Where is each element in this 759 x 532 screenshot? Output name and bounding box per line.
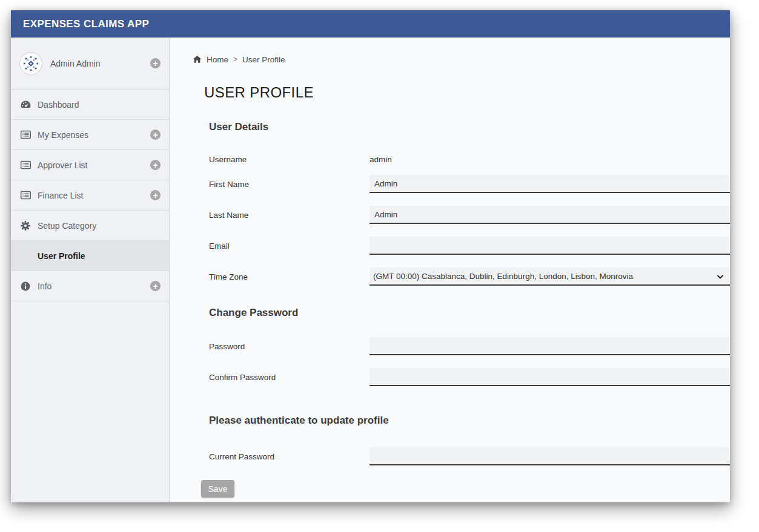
sidebar-item-my-expenses[interactable]: My Expenses + <box>11 120 169 150</box>
user-name: Admin Admin <box>50 59 150 68</box>
sidebar-item-label: Setup Category <box>38 221 161 231</box>
breadcrumb-home-link[interactable]: Home <box>207 55 228 64</box>
sidebar-item-label: Finance List <box>38 191 150 200</box>
sidebar-item-setup-category[interactable]: Setup Category <box>11 211 169 241</box>
sidebar-item-dashboard[interactable]: Dashboard <box>11 90 169 120</box>
confirm-password-field[interactable] <box>370 368 730 386</box>
breadcrumb: Home > User Profile <box>193 54 730 65</box>
app-window: EXPENSES CLAIMS APP <box>11 10 730 502</box>
app-title: EXPENSES CLAIMS APP <box>23 18 149 30</box>
email-label: Email <box>209 241 370 251</box>
last-name-label: Last Name <box>209 211 370 220</box>
section-heading-change-password: Change Password <box>209 307 730 319</box>
dashboard-icon <box>19 99 32 110</box>
time-zone-row: Time Zone (GMT 00:00) Casablanca, Dublin… <box>209 268 730 286</box>
time-zone-select[interactable]: (GMT 00:00) Casablanca, Dublin, Edinburg… <box>370 268 730 286</box>
sidebar-item-info[interactable]: Info + <box>11 271 169 301</box>
sidebar-item-label: Dashboard <box>38 100 161 110</box>
sidebar-item-label: Approver List <box>38 160 150 170</box>
main-content: Home > User Profile USER PROFILE User De… <box>170 38 730 502</box>
first-name-row: First Name <box>209 175 730 193</box>
plus-circle-icon[interactable]: + <box>150 190 161 200</box>
first-name-label: First Name <box>209 180 370 189</box>
plus-circle-icon[interactable]: + <box>150 160 161 170</box>
top-navbar: EXPENSES CLAIMS APP <box>11 10 730 38</box>
user-avatar <box>19 52 42 75</box>
sidebar-item-approver-list[interactable]: Approver List + <box>11 150 169 180</box>
list-icon <box>19 159 32 171</box>
current-password-row: Current Password <box>209 447 730 465</box>
first-name-field[interactable] <box>370 175 730 193</box>
last-name-field[interactable] <box>370 206 730 224</box>
section-heading-authenticate: Please authenticate to update profile <box>209 415 730 427</box>
breadcrumb-current: User Profile <box>242 55 285 64</box>
info-icon <box>19 281 32 292</box>
last-name-row: Last Name <box>209 206 730 224</box>
username-value: admin <box>370 155 392 164</box>
current-password-field[interactable] <box>370 447 730 465</box>
sidebar-item-label: User Profile <box>38 251 161 261</box>
confirm-password-row: Confirm Password <box>209 368 730 386</box>
sidebar-item-label: My Expenses <box>38 130 150 140</box>
sidebar: Admin Admin + Dashboard <box>11 38 170 502</box>
list-icon <box>19 189 32 201</box>
section-heading-user-details: User Details <box>209 121 730 133</box>
username-label: Username <box>209 155 370 164</box>
save-button[interactable]: Save <box>201 480 234 498</box>
sidebar-item-label: Info <box>38 281 150 291</box>
gear-icon <box>19 220 32 231</box>
page-title: USER PROFILE <box>204 84 730 101</box>
home-icon <box>193 55 202 64</box>
email-row: Email <box>209 237 730 255</box>
sidebar-user-block[interactable]: Admin Admin + <box>11 38 169 90</box>
list-icon <box>19 129 32 140</box>
breadcrumb-separator: > <box>233 55 237 64</box>
username-row: Username admin <box>209 153 730 165</box>
plus-circle-icon[interactable]: + <box>150 130 161 140</box>
plus-circle-icon[interactable]: + <box>150 58 161 68</box>
email-field[interactable] <box>370 237 730 255</box>
sidebar-item-finance-list[interactable]: Finance List + <box>11 180 169 211</box>
password-label: Password <box>209 342 370 351</box>
sidebar-item-user-profile[interactable]: User Profile <box>11 241 169 271</box>
password-field[interactable] <box>370 337 730 355</box>
confirm-password-label: Confirm Password <box>209 373 370 382</box>
plus-circle-icon[interactable]: + <box>150 281 161 291</box>
time-zone-label: Time Zone <box>209 272 370 281</box>
current-password-label: Current Password <box>209 452 370 461</box>
password-row: Password <box>209 337 730 355</box>
